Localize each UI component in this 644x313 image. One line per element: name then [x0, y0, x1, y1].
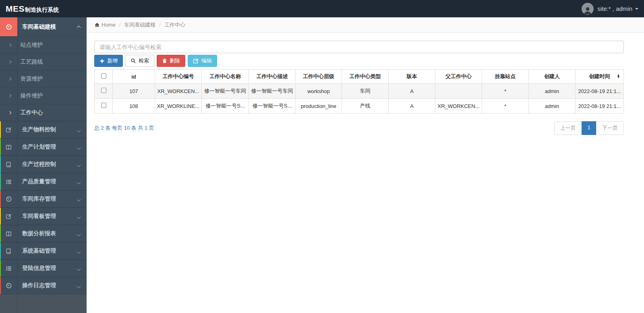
- main-panel: Home/车间基础建模/工作中心 新增 检索 删除 编辑 id工作中心编号工作: [87, 17, 644, 313]
- chevron-down-icon: [77, 161, 80, 168]
- sidebar-subitem[interactable]: 工艺路线: [0, 53, 87, 70]
- delete-button[interactable]: 删除: [157, 55, 185, 67]
- column-header: id: [113, 70, 155, 84]
- user-label: site:* , admin: [597, 5, 632, 12]
- list-icon: [0, 260, 17, 277]
- search-button[interactable]: 检索: [125, 55, 154, 67]
- sidebar-group[interactable]: 车间看板管理: [0, 207, 87, 225]
- sidebar-group[interactable]: 生产过程控制: [0, 155, 87, 173]
- sidebar-group-label: 车间看板管理: [22, 213, 56, 220]
- chevron-right-icon: [8, 94, 11, 97]
- breadcrumb-separator: /: [159, 22, 161, 28]
- record-summary: 总 2 条 每页 10 条 共 1 页: [94, 124, 154, 132]
- sidebar-subitem-label: 工艺路线: [21, 58, 43, 66]
- delete-button-label: 删除: [170, 57, 180, 64]
- row-checkbox[interactable]: [101, 88, 106, 93]
- sidebar-group[interactable]: 车间库存管理: [0, 190, 87, 207]
- next-page-button[interactable]: 下一页: [596, 121, 624, 135]
- pin-icon[interactable]: [616, 74, 621, 79]
- chevron-right-icon: [8, 60, 11, 64]
- sidebar-subitem[interactable]: 工作中心: [0, 104, 87, 121]
- sidebar-subitem-label: 站点维护: [21, 41, 43, 49]
- table-cell: 修一智能一号车间: [202, 84, 249, 99]
- chevron-down-icon: [77, 195, 80, 203]
- sidebar-subitem[interactable]: 操作维护: [0, 87, 87, 104]
- search-input[interactable]: [94, 41, 624, 53]
- edit-icon: [0, 208, 17, 225]
- sidebar-group[interactable]: 登陆信息管理: [0, 259, 87, 277]
- table-cell: 108: [113, 99, 155, 114]
- sidebar-group-active[interactable]: 车间基础建模: [0, 17, 87, 36]
- sidebar-group-label: 车间基础建模: [22, 23, 56, 31]
- logo-text-secondary: 制造执行系统: [25, 6, 59, 14]
- toolbar: 新增 检索 删除 编辑: [94, 55, 624, 67]
- group-color-stripe: [0, 173, 1, 190]
- table-cell: 产线: [342, 99, 389, 114]
- row-checkbox[interactable]: [101, 103, 106, 108]
- sidebar: 车间基础建模 站点维护工艺路线资源维护操作维护工作中心 生产物料控制生产计划管理…: [0, 17, 87, 313]
- chevron-down-icon: [77, 213, 80, 220]
- group-color-stripe: [0, 243, 1, 259]
- book-icon: [0, 156, 17, 173]
- sidebar-group[interactable]: 产品质量管理: [0, 173, 87, 190]
- prev-page-button[interactable]: 上一页: [554, 121, 582, 135]
- column-header: 创建人: [529, 70, 576, 84]
- select-all-checkbox[interactable]: [101, 73, 106, 79]
- search-icon: [130, 58, 136, 64]
- column-header: 工作中心层级: [296, 70, 342, 84]
- sidebar-group-label: 生产计划管理: [22, 143, 56, 151]
- chevron-down-icon: [77, 143, 80, 151]
- table-cell: 修一智能一号S...: [249, 99, 296, 114]
- chevron-down-icon: [77, 230, 80, 237]
- table-cell: 2022-08-19 21:1...: [576, 99, 624, 114]
- sidebar-group-label: 系统基础管理: [22, 247, 56, 255]
- column-header: 挂靠站点: [482, 70, 529, 84]
- breadcrumb-item: 工作中心: [164, 21, 185, 29]
- list-icon: [0, 173, 17, 190]
- sidebar-group[interactable]: 数据分析报表: [0, 225, 87, 242]
- app-logo[interactable]: MES 制造执行系统: [6, 4, 59, 14]
- column-header: 版本: [389, 70, 435, 84]
- workcenter-table: id工作中心编号工作中心名称工作中心描述工作中心层级工作中心类型版本父工作中心挂…: [94, 69, 624, 114]
- sidebar-subitem[interactable]: 资源维护: [0, 70, 87, 87]
- user-menu[interactable]: site:* , admin: [582, 3, 638, 15]
- sidebar-group-label: 生产物料控制: [22, 126, 56, 133]
- chevron-down-icon: [77, 126, 80, 133]
- edit-icon: [0, 121, 17, 138]
- table-cell: 修一智能一号车间: [249, 84, 296, 99]
- sidebar-subitem-label: 操作维护: [21, 92, 43, 99]
- sidebar-group[interactable]: 生产物料控制: [0, 121, 87, 138]
- column-header: 工作中心类型: [342, 70, 389, 84]
- edit-button[interactable]: 编辑: [188, 55, 217, 67]
- sidebar-group[interactable]: 生产计划管理: [0, 138, 87, 155]
- sidebar-group[interactable]: 系统基础管理: [0, 242, 87, 259]
- breadcrumb: Home/车间基础建模/工作中心: [87, 17, 644, 33]
- sidebar-group[interactable]: 操作日志管理: [0, 277, 87, 294]
- table-cell: workshop: [296, 84, 342, 99]
- sidebar-group-label: 数据分析报表: [22, 230, 56, 237]
- group-color-stripe: [0, 277, 1, 294]
- chevron-right-icon: [8, 44, 11, 47]
- column-header: 工作中心名称: [202, 70, 249, 84]
- sidebar-group-label: 生产过程控制: [22, 161, 56, 168]
- chevron-down-icon: [77, 247, 80, 255]
- chevron-down-icon: [77, 282, 80, 289]
- caret-down-icon: [635, 8, 638, 10]
- group-color-stripe: [0, 225, 1, 242]
- add-button[interactable]: 新增: [94, 55, 123, 67]
- chevron-down-icon: [77, 265, 80, 272]
- page-1-button[interactable]: 1: [582, 121, 596, 135]
- table-cell: admin: [529, 99, 576, 114]
- table-cell: *: [482, 84, 529, 99]
- breadcrumb-item[interactable]: 车间基础建模: [124, 21, 155, 29]
- sidebar-subitem[interactable]: 站点维护: [0, 36, 87, 53]
- table-cell: *: [482, 99, 529, 114]
- column-header: 工作中心描述: [249, 70, 296, 84]
- sidebar-filler: [0, 294, 87, 313]
- topbar: MES 制造执行系统 site:* , admin: [0, 0, 644, 17]
- columns-icon: [0, 225, 17, 242]
- breadcrumb-item[interactable]: Home: [101, 22, 116, 28]
- table-row[interactable]: 108XR_WORKLINE...修一智能一号S...修一智能一号S...pro…: [95, 99, 624, 114]
- table-cell: production_line: [296, 99, 342, 114]
- table-row[interactable]: 107XR_WORKCEN...修一智能一号车间修一智能一号车间workshop…: [95, 84, 624, 99]
